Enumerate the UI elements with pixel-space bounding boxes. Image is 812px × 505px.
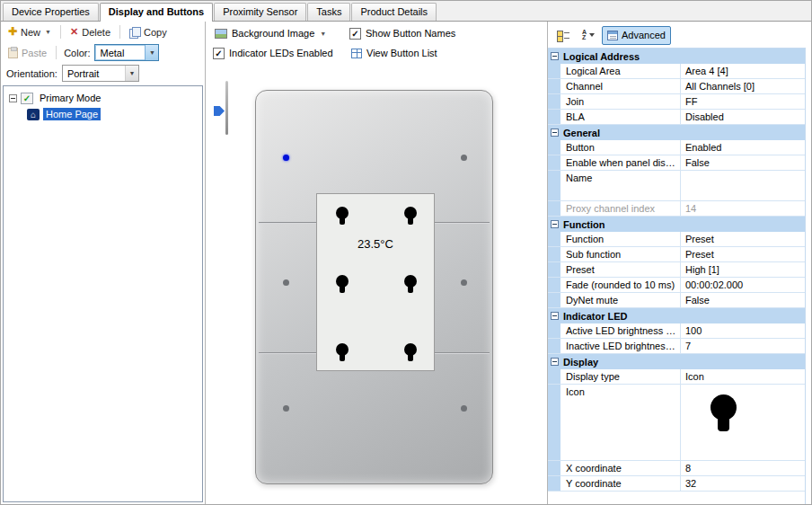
property-value[interactable]: 32 [681, 476, 805, 491]
property-panel: Advanced Logical Address Logical Area Ar… [547, 22, 811, 504]
category-gutter [548, 293, 560, 307]
tab-product-details[interactable]: Product Details [351, 3, 437, 21]
property-value[interactable]: Icon [681, 369, 805, 384]
bulb-icon [335, 275, 349, 294]
toolbar-separator [56, 46, 57, 59]
category-general[interactable]: General [548, 125, 805, 140]
tree-item-primary-mode[interactable]: ✓ Primary Mode [4, 90, 202, 106]
collapse-icon[interactable] [551, 52, 559, 60]
property-value[interactable] [681, 385, 805, 460]
advanced-properties-icon [607, 31, 618, 40]
property-value[interactable] [681, 171, 805, 200]
category-display[interactable]: Display [548, 354, 805, 369]
zoom-slider-track[interactable] [225, 81, 228, 135]
property-row-icon: Icon [548, 385, 805, 461]
property-name: Fade (rounded to 10 ms) [560, 278, 681, 292]
tab-proximity-sensor[interactable]: Proximity Sensor [214, 3, 306, 21]
property-value: 14 [681, 201, 805, 216]
property-value[interactable]: 8 [681, 461, 805, 475]
property-row-bla: BLA Disabled [548, 110, 805, 125]
bulb-icon [335, 207, 349, 226]
category-gutter [548, 247, 560, 261]
category-indicator-led[interactable]: Indicator LED [548, 308, 805, 323]
led-indicator [461, 155, 467, 161]
property-value[interactable]: Enabled [681, 140, 805, 155]
show-button-names-label: Show Button Names [366, 28, 455, 39]
category-gutter [548, 201, 560, 216]
alphabetical-sort-button[interactable] [577, 26, 600, 45]
indicator-leds-label: Indicator LEDs Enabled [229, 48, 333, 58]
new-dropdown-arrow-icon[interactable]: ▼ [45, 29, 51, 35]
property-name: Join [560, 94, 681, 109]
tab-display-and-buttons[interactable]: Display and Buttons [100, 3, 213, 22]
category-gutter [548, 461, 560, 475]
advanced-button-label: Advanced [622, 30, 666, 40]
keypad-display-screen[interactable]: 23.5°C [316, 193, 435, 371]
copy-button[interactable]: Copy [125, 24, 172, 40]
property-row-join: Join FF [548, 94, 805, 110]
new-button[interactable]: ✚ New ▼ [4, 24, 56, 40]
property-row-channel: Channel All Channels [0] [548, 79, 805, 94]
collapse-icon[interactable] [551, 128, 559, 137]
collapse-icon[interactable] [551, 312, 559, 320]
property-value[interactable]: Preset [681, 232, 805, 246]
indicator-leds-checkbox[interactable]: ✓ Indicator LEDs Enabled [209, 46, 337, 61]
keypad-preview-area: 23.5°C [206, 63, 547, 504]
checkbox-checked-icon[interactable]: ✓ [213, 48, 225, 59]
property-row-y-coordinate: Y coordinate 32 [548, 476, 805, 492]
orientation-select[interactable]: Portrait ▼ [62, 65, 139, 82]
collapse-icon[interactable] [9, 94, 17, 102]
led-indicator [283, 279, 289, 286]
property-toolbar: Advanced [548, 22, 811, 48]
mode-check-icon: ✓ [21, 93, 33, 104]
property-value[interactable]: 00:00:02.000 [681, 278, 805, 292]
view-button-list-label: View Button List [366, 48, 437, 58]
tab-device-properties[interactable]: Device Properties [3, 3, 99, 21]
property-value[interactable]: Disabled [681, 110, 805, 124]
property-row-button: Button Enabled [548, 140, 805, 155]
new-icon: ✚ [8, 27, 17, 37]
property-value[interactable]: High [1] [681, 262, 805, 277]
property-value[interactable]: 100 [681, 323, 805, 338]
property-name: Display type [560, 369, 681, 384]
category-gutter [548, 140, 560, 155]
property-row-proxy-channel-index: Proxy channel index 14 [548, 201, 805, 217]
tab-tasks[interactable]: Tasks [307, 3, 350, 21]
property-row-name: Name [548, 171, 805, 201]
show-button-names-checkbox[interactable]: ✓ Show Button Names [346, 26, 459, 41]
chevron-down-icon[interactable]: ▼ [320, 31, 326, 37]
chevron-down-icon[interactable]: ▼ [125, 66, 138, 81]
category-function[interactable]: Function [548, 217, 805, 232]
property-value[interactable]: 7 [681, 339, 805, 353]
zoom-slider-thumb[interactable] [214, 106, 225, 116]
property-name: Function [560, 232, 681, 246]
paste-button[interactable]: Paste [4, 45, 51, 61]
tree-item-home-page[interactable]: ⌂ Home Page [4, 106, 202, 122]
property-value[interactable]: All Channels [0] [681, 79, 805, 93]
delete-button[interactable]: ✕ Delete [66, 24, 115, 40]
checkbox-checked-icon[interactable]: ✓ [349, 28, 361, 40]
bulb-icon [403, 343, 418, 362]
view-button-list-button[interactable]: View Button List [346, 45, 443, 61]
property-value[interactable]: Preset [681, 247, 805, 261]
background-image-button[interactable]: Background Image ▼ [209, 25, 331, 41]
category-logical-address[interactable]: Logical Address [548, 49, 805, 64]
advanced-toggle-button[interactable]: Advanced [602, 26, 671, 45]
keypad-panel[interactable]: 23.5°C [255, 90, 493, 484]
property-value[interactable]: FF [681, 94, 805, 109]
property-value[interactable]: False [681, 293, 805, 307]
property-name: Y coordinate [560, 476, 681, 491]
category-gutter [548, 79, 560, 93]
property-value[interactable]: Area 4 [4] [681, 64, 805, 78]
property-row-enable-when-disabled: Enable when panel disa... False [548, 155, 805, 171]
property-name: Enable when panel disa... [560, 155, 681, 170]
chevron-down-icon[interactable]: ▼ [145, 45, 158, 60]
property-value[interactable]: False [681, 155, 805, 170]
categorized-view-button[interactable] [552, 26, 575, 45]
collapse-icon[interactable] [551, 358, 559, 366]
collapse-icon[interactable] [551, 220, 559, 228]
property-row-preset: Preset High [1] [548, 262, 805, 278]
home-icon: ⌂ [27, 109, 40, 120]
category-gutter [548, 64, 560, 78]
color-select[interactable]: Metal ▼ [94, 44, 159, 61]
